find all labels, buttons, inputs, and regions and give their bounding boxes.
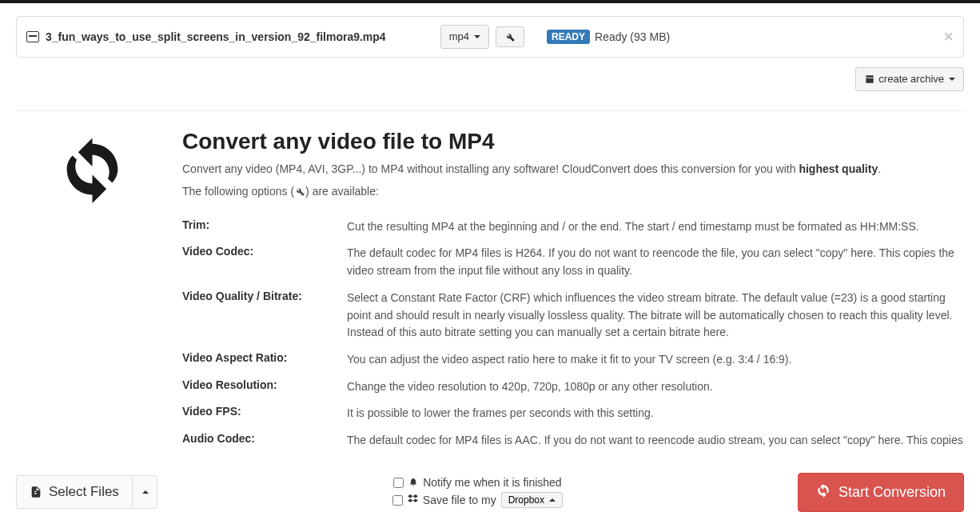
select-files-label: Select Files — [49, 484, 119, 500]
select-files-button[interactable]: Select Files — [16, 475, 133, 509]
start-conversion-label: Start Conversion — [839, 484, 946, 501]
window-top-border — [0, 0, 980, 3]
notify-checkbox[interactable] — [393, 478, 404, 488]
option-row: Video Quality / Bitrate:Select a Constan… — [182, 285, 964, 346]
intro-pre: Convert any video (MP4, AVI, 3GP...) to … — [182, 162, 799, 175]
caret-down-icon — [474, 35, 480, 38]
option-desc: Select a Constant Rate Factor (CRF) whic… — [347, 290, 964, 342]
save-option[interactable]: Save file to my Dropbox — [392, 492, 563, 508]
file-name: 3_fun_ways_to_use_split_screens_in_versi… — [46, 30, 386, 43]
save-checkbox[interactable] — [392, 495, 403, 506]
save-label: Save file to my — [423, 494, 496, 506]
option-label: Video Resolution: — [182, 378, 334, 396]
file-plus-icon — [30, 485, 42, 499]
output-format-dropdown[interactable]: mp4 — [440, 25, 489, 49]
options-table: Trim:Cut the resulting MP4 at the beginn… — [182, 214, 964, 448]
status-text: Ready (93 MB) — [595, 30, 670, 43]
video-file-icon — [26, 31, 39, 42]
fade-overlay — [0, 445, 980, 464]
options-line: The following options () are available: — [182, 183, 964, 202]
file-status: READY Ready (93 MB) — [547, 30, 670, 44]
intro-post: . — [878, 162, 881, 175]
notify-label: Notify me when it is finished — [423, 476, 562, 489]
save-destination-label: Dropbox — [508, 494, 544, 506]
archive-icon — [864, 74, 875, 85]
option-row: Audio Codec:The default codec for MP4 fi… — [182, 427, 964, 447]
option-label: Video Aspect Ratio: — [182, 351, 334, 369]
file-settings-button[interactable] — [496, 26, 524, 47]
option-desc: The default codec for MP4 files is H264.… — [347, 245, 964, 279]
caret-up-icon — [549, 498, 556, 502]
option-desc: Change the video resolution to 420p, 720… — [347, 378, 964, 396]
option-row: Video FPS:It is possible to lower the fr… — [182, 400, 964, 427]
caret-down-icon — [949, 78, 955, 81]
refresh-icon — [816, 483, 831, 502]
bell-icon — [408, 476, 418, 489]
option-label: Video Codec: — [182, 245, 334, 279]
wrench-icon — [504, 31, 516, 42]
caret-up-icon — [142, 490, 149, 494]
refresh-icon — [58, 135, 126, 447]
option-desc: Cut the resulting MP4 at the beginning a… — [347, 218, 964, 236]
option-row: Trim:Cut the resulting MP4 at the beginn… — [182, 214, 964, 241]
bottom-bar: Select Files Notify me when it is finish… — [0, 464, 980, 520]
option-desc: The default codec for MP4 files is AAC. … — [347, 432, 964, 447]
option-desc: It is possible to lower the frames per s… — [347, 405, 964, 422]
option-row: Video Codec:The default codec for MP4 fi… — [182, 240, 964, 284]
option-label: Audio Codec: — [182, 432, 334, 447]
save-destination-dropdown[interactable]: Dropbox — [501, 492, 563, 508]
options-line-post: ) are available: — [305, 185, 379, 198]
create-archive-dropdown[interactable]: create archive — [855, 67, 964, 91]
create-archive-label: create archive — [878, 72, 944, 86]
intro-text: Convert any video (MP4, AVI, 3GP...) to … — [182, 161, 964, 178]
option-label: Video FPS: — [182, 405, 334, 422]
output-format-label: mp4 — [449, 30, 469, 44]
option-row: Video Resolution:Change the video resolu… — [182, 374, 964, 401]
start-conversion-button[interactable]: Start Conversion — [798, 473, 964, 512]
option-label: Trim: — [182, 218, 334, 236]
select-files-dropdown[interactable] — [133, 475, 157, 509]
remove-file-button[interactable]: × — [943, 26, 954, 47]
dropbox-icon — [408, 494, 418, 506]
option-desc: You can adjust the video aspect ratio he… — [347, 351, 964, 369]
page-title: Convert any video file to MP4 — [182, 129, 964, 154]
intro-strong: highest quality — [799, 162, 878, 175]
options-line-pre: The following options ( — [182, 185, 294, 198]
option-row: Video Aspect Ratio:You can adjust the vi… — [182, 346, 964, 374]
notify-option[interactable]: Notify me when it is finished — [393, 476, 562, 489]
wrench-icon — [294, 185, 305, 202]
ready-badge: READY — [547, 30, 590, 44]
file-row: 3_fun_ways_to_use_split_screens_in_versi… — [16, 16, 964, 58]
option-label: Video Quality / Bitrate: — [182, 290, 334, 342]
